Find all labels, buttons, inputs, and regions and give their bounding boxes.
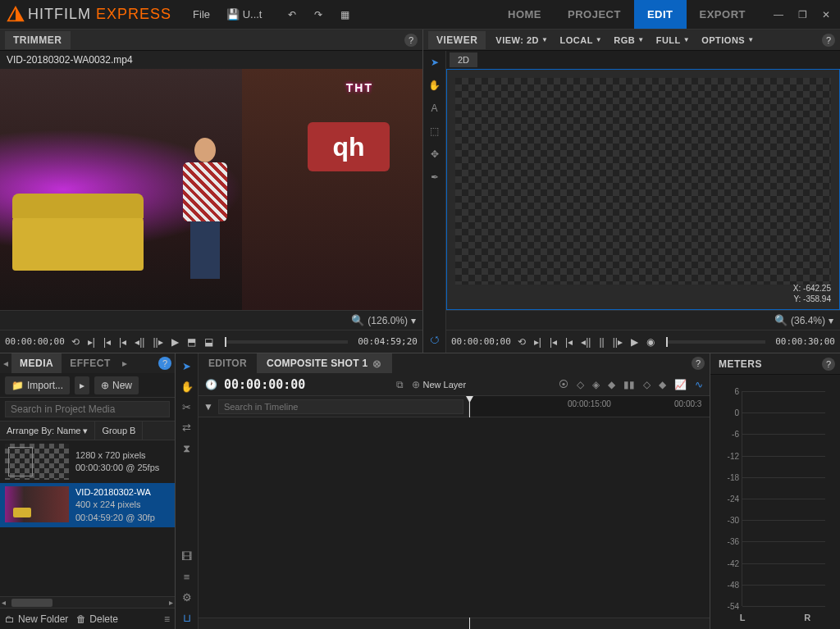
viewer-full[interactable]: FULL▼ <box>651 32 696 48</box>
film-icon[interactable]: 🎞 <box>181 550 192 563</box>
maximize-icon[interactable]: ❐ <box>795 7 810 22</box>
play-icon[interactable]: ▶ <box>170 335 180 349</box>
record-icon[interactable]: ◉ <box>645 335 656 349</box>
trimmer-preview[interactable]: ТНТ qh <box>0 69 422 310</box>
tab-composite-shot[interactable]: COMPOSITE SHOT 1 ⊗ <box>257 353 392 374</box>
help-icon[interactable]: ? <box>404 34 418 47</box>
hand-tool-icon[interactable]: ✋ <box>180 381 194 393</box>
magnify-icon[interactable]: 🔍 <box>351 314 364 326</box>
select-tool-icon[interactable]: ➤ <box>182 360 191 372</box>
mask-tool-icon[interactable]: ⬚ <box>427 123 443 139</box>
help-icon[interactable]: ? <box>692 357 705 370</box>
viewer-rgb[interactable]: RGB▼ <box>609 32 649 48</box>
chevron-down-icon[interactable]: ▾ <box>829 315 833 326</box>
curve-icon[interactable]: ∿ <box>693 377 705 392</box>
text-tool-icon[interactable]: A <box>427 100 443 116</box>
viewer-canvas[interactable]: X: -642.25 Y: -358.94 <box>446 69 840 310</box>
new-layer-button[interactable]: ⊕ New Layer <box>410 377 468 392</box>
help-icon[interactable]: ? <box>822 34 835 47</box>
gear-icon[interactable]: ⚙ <box>182 591 192 604</box>
timeline-tc[interactable]: 00:00:00:00 <box>224 377 305 392</box>
kf-back-icon[interactable]: ◇ <box>575 377 586 392</box>
media-hscroll[interactable]: ◂ ▸ <box>0 596 175 608</box>
pen-tool-icon[interactable]: ✒ <box>427 169 443 185</box>
minimize-icon[interactable]: — <box>770 7 787 22</box>
undo-icon[interactable]: ↶ <box>283 6 301 24</box>
group-by-button[interactable]: Group B <box>95 422 143 440</box>
out-point-icon[interactable]: |◂ <box>548 335 559 349</box>
dup-icon[interactable]: ⧉ <box>395 377 405 392</box>
slice-tool-icon[interactable]: ✂ <box>182 401 191 413</box>
slip-tool-icon[interactable]: ⇄ <box>182 422 191 434</box>
viewer-ruler[interactable] <box>666 340 765 344</box>
tab-edit[interactable]: EDIT <box>634 0 687 29</box>
tab-nav-right-icon[interactable]: ▸ <box>119 354 130 372</box>
kf-fwd-icon[interactable]: ◈ <box>591 377 601 392</box>
tab-editor[interactable]: EDITOR <box>199 353 257 373</box>
rate-tool-icon[interactable]: ⧗ <box>183 442 190 455</box>
timeline-tracks[interactable] <box>199 417 710 618</box>
go-start-icon[interactable]: |◂ <box>117 335 128 349</box>
trimmer-ruler[interactable] <box>225 340 348 344</box>
tab-project[interactable]: PROJECT <box>555 0 634 29</box>
timeline-ruler[interactable]: 00:00:15:00 00:00:3 <box>469 396 710 417</box>
media-item[interactable]: 1280 x 720 pixels 00:00:30:00 @ 25fps <box>0 440 175 483</box>
play-icon[interactable]: ▶ <box>629 335 640 349</box>
trimmer-tc-in[interactable]: 00:00:00;00 <box>5 336 65 347</box>
menu-save[interactable]: 💾 U...t <box>220 5 268 24</box>
in-point-icon[interactable]: ▸| <box>532 335 543 349</box>
loop-icon[interactable]: ⟲ <box>70 335 81 349</box>
move-tool-icon[interactable]: ✥ <box>427 146 443 162</box>
timeline-hscroll[interactable] <box>199 618 710 629</box>
timeline-search-input[interactable] <box>218 399 463 414</box>
scroll-thumb[interactable] <box>11 599 52 607</box>
redo-icon[interactable]: ↷ <box>309 6 327 24</box>
chevron-down-icon[interactable]: ▾ <box>411 315 416 326</box>
hand-tool-icon[interactable]: ✋ <box>427 77 443 93</box>
menu-icon[interactable]: ≡ <box>164 613 170 625</box>
close-icon[interactable]: ✕ <box>819 7 833 22</box>
audio-icon[interactable]: ≡ <box>184 571 190 583</box>
select-tool-icon[interactable]: ➤ <box>427 54 443 71</box>
snap-icon[interactable]: ⊔ <box>183 612 191 624</box>
menu-file[interactable]: File <box>186 5 217 24</box>
graph-icon[interactable]: 📈 <box>673 377 688 392</box>
go-start-icon[interactable]: |◂ <box>564 335 574 349</box>
diamond2-icon[interactable]: ◆ <box>657 377 668 392</box>
viewer-tc-in[interactable]: 00:00:00;00 <box>451 336 511 347</box>
step-back-icon[interactable]: ◂|| <box>133 335 146 349</box>
in-point-icon[interactable]: ▸| <box>86 335 97 349</box>
viewer-local[interactable]: LOCAL▼ <box>555 32 607 48</box>
step-back-icon[interactable]: ◂|| <box>579 335 592 349</box>
tab-media[interactable]: MEDIA <box>11 353 62 373</box>
pause-icon[interactable]: || <box>597 335 605 349</box>
delete-button[interactable]: 🗑 Delete <box>76 613 118 625</box>
scroll-left-icon[interactable]: ◂ <box>2 598 6 607</box>
prev-kf-icon[interactable]: ⦿ <box>557 377 570 392</box>
tab-export[interactable]: EXPORT <box>687 0 759 29</box>
trimmer-zoom-value[interactable]: (126.0%) <box>368 315 408 326</box>
viewer-view-mode[interactable]: VIEW: 2D▼ <box>491 32 553 48</box>
viewer-options[interactable]: OPTIONS▼ <box>696 32 759 48</box>
add-kf-icon[interactable]: ◆ <box>606 377 617 392</box>
import-more-icon[interactable]: ▸ <box>75 376 89 394</box>
help-icon[interactable]: ? <box>158 357 171 370</box>
insert-icon[interactable]: ⬒ <box>185 335 198 349</box>
out-point-icon[interactable]: |◂ <box>102 335 112 349</box>
diamond-icon[interactable]: ◇ <box>641 377 652 392</box>
viewer-tab-2d[interactable]: 2D <box>450 52 477 67</box>
filter-icon[interactable]: ▼ <box>203 401 213 412</box>
import-button[interactable]: 📁 Import... <box>5 376 70 394</box>
clock-icon[interactable]: 🕐 <box>203 377 219 392</box>
orbit-tool-icon[interactable]: ⭯ <box>427 331 443 348</box>
help-icon[interactable]: ? <box>822 358 835 371</box>
grid-icon[interactable]: ▦ <box>336 6 354 24</box>
close-tab-icon[interactable]: ⊗ <box>372 358 381 370</box>
arrange-by-button[interactable]: Arrange By: Name ▾ <box>0 422 95 440</box>
tab-home[interactable]: HOME <box>495 0 555 29</box>
new-folder-button[interactable]: 🗀 New Folder <box>5 613 68 625</box>
media-search-input[interactable] <box>5 401 170 417</box>
tab-effects[interactable]: EFFECT <box>62 353 119 373</box>
scroll-right-icon[interactable]: ▸ <box>169 598 173 607</box>
magnify-icon[interactable]: 🔍 <box>774 314 788 326</box>
